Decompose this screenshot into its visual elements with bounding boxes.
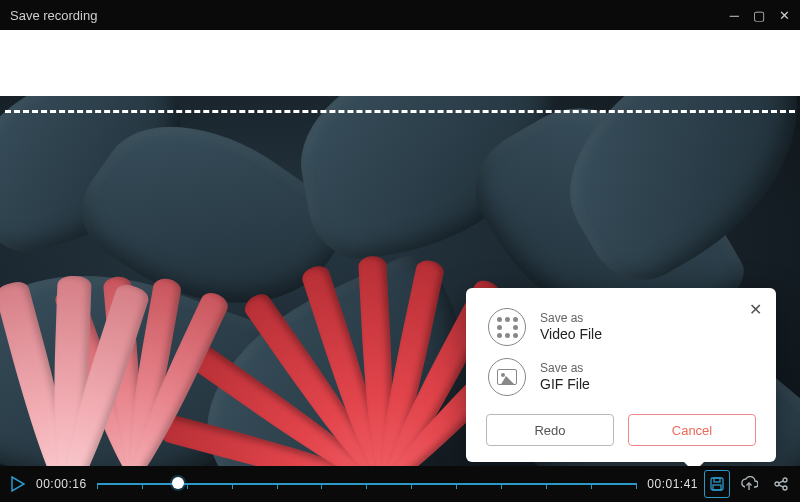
svg-rect-1 [711, 478, 723, 490]
save-as-video-option[interactable]: Save as Video File [480, 302, 762, 352]
svg-line-8 [779, 485, 784, 487]
title-bar: Save recording ─ ▢ ✕ [0, 0, 800, 30]
close-button[interactable]: ✕ [779, 9, 790, 22]
total-time: 00:01:41 [647, 477, 698, 491]
current-time: 00:00:16 [36, 477, 87, 491]
upload-icon[interactable] [740, 475, 758, 493]
video-file-label: Video File [540, 326, 602, 344]
svg-rect-2 [714, 478, 720, 482]
right-action-icons [708, 475, 790, 493]
player-controls: 00:00:16 00:01:41 [0, 466, 800, 502]
svg-line-7 [779, 481, 784, 483]
share-icon[interactable] [772, 475, 790, 493]
play-button[interactable] [10, 476, 26, 492]
window-title: Save recording [10, 8, 97, 23]
gif-file-label: GIF File [540, 376, 590, 394]
window-controls: ─ ▢ ✕ [730, 9, 790, 22]
play-icon [10, 476, 26, 492]
maximize-button[interactable]: ▢ [753, 9, 765, 22]
popup-buttons: Redo Cancel [480, 414, 762, 446]
top-strip [0, 30, 800, 96]
cancel-button[interactable]: Cancel [628, 414, 756, 446]
film-reel-icon [488, 308, 526, 346]
minimize-button[interactable]: ─ [730, 9, 739, 22]
video-preview: ✕ Save as Video File Save as GIF File Re… [0, 96, 800, 466]
save-as-label: Save as [540, 311, 602, 326]
playhead[interactable] [172, 477, 184, 489]
crop-guide-line[interactable] [5, 110, 795, 113]
save-as-gif-option[interactable]: Save as GIF File [480, 352, 762, 402]
image-icon [488, 358, 526, 396]
timeline[interactable] [97, 474, 638, 494]
svg-marker-0 [12, 477, 24, 491]
redo-button[interactable]: Redo [486, 414, 614, 446]
close-icon[interactable]: ✕ [749, 300, 762, 319]
save-popup: ✕ Save as Video File Save as GIF File Re… [466, 288, 776, 462]
save-as-label: Save as [540, 361, 590, 376]
save-icon[interactable] [708, 475, 726, 493]
svg-point-5 [783, 478, 787, 482]
svg-point-4 [775, 482, 779, 486]
svg-rect-3 [713, 485, 721, 490]
svg-point-6 [783, 486, 787, 490]
